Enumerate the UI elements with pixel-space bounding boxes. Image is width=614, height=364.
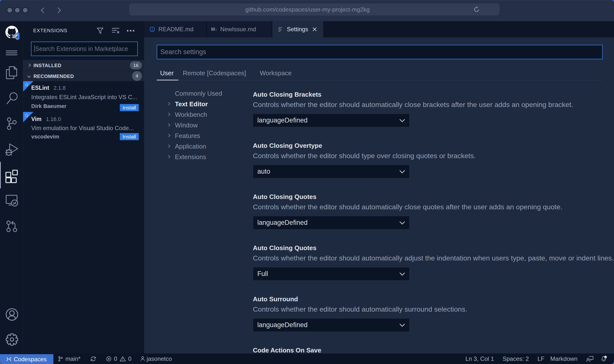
svg-text:i: i (152, 28, 153, 31)
